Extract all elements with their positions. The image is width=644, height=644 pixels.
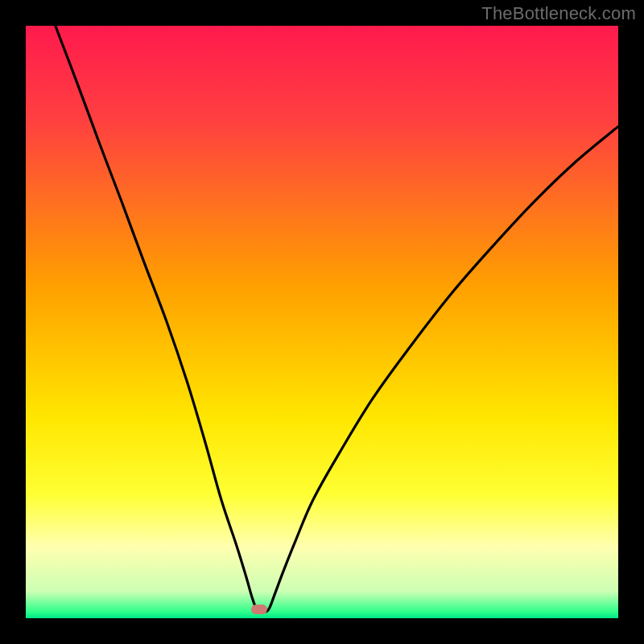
chart-frame: TheBottleneck.com [0, 0, 644, 644]
min-marker [251, 605, 267, 614]
watermark-text: TheBottleneck.com [481, 3, 636, 24]
curve-svg [26, 26, 618, 618]
bottleneck-curve [56, 26, 618, 613]
plot-area [26, 26, 618, 618]
